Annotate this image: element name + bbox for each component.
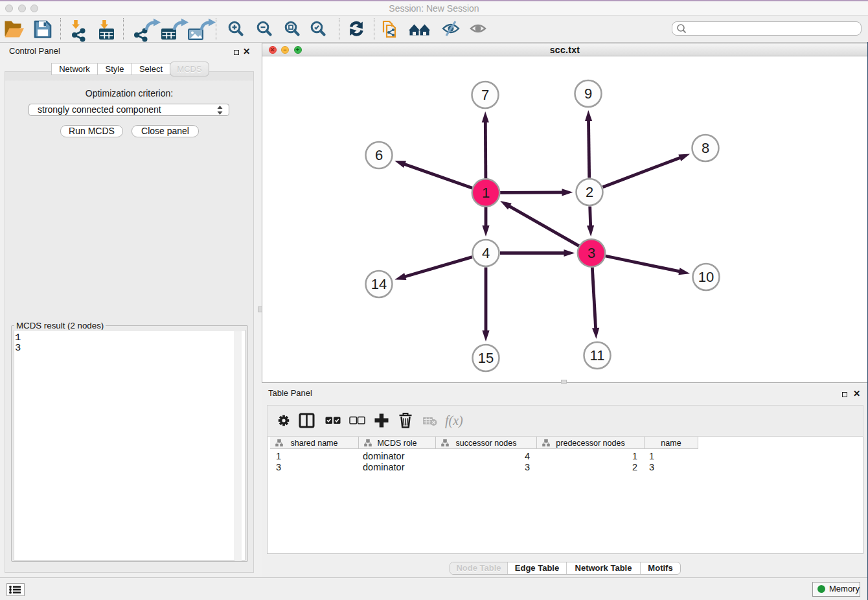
svg-text:3: 3	[588, 245, 595, 261]
svg-text:4: 4	[482, 245, 490, 261]
svg-text:9: 9	[584, 86, 592, 102]
svg-text:1: 1	[482, 185, 490, 201]
svg-text:2: 2	[586, 184, 593, 200]
svg-text:10: 10	[698, 269, 714, 285]
svg-text:15: 15	[478, 350, 494, 366]
svg-text:14: 14	[371, 276, 387, 292]
svg-text:7: 7	[481, 87, 489, 103]
svg-text:11: 11	[590, 347, 605, 363]
svg-text:f(x): f(x)	[445, 413, 463, 428]
svg-text:6: 6	[375, 147, 383, 163]
svg-text:8: 8	[702, 140, 709, 156]
